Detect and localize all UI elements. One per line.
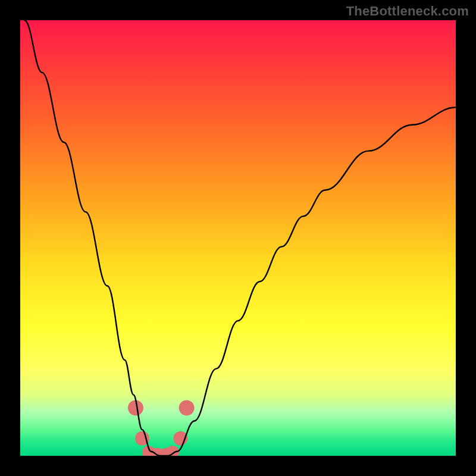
bottleneck-curve (24, 20, 456, 456)
chart-frame: TheBottleneck.com (0, 0, 476, 476)
plot-area (20, 20, 456, 456)
watermark-text: TheBottleneck.com (346, 4, 469, 19)
curve-layer (20, 20, 456, 456)
marker-dot (179, 400, 195, 415)
